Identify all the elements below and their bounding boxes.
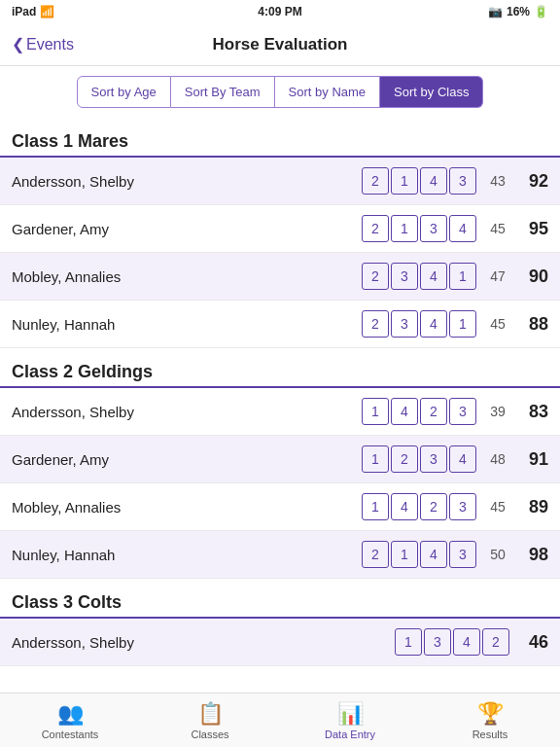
contestants-icon: 👥 — [57, 701, 84, 727]
score-box: 3 — [449, 493, 476, 520]
score-box: 3 — [391, 310, 418, 338]
results-label: Results — [472, 729, 508, 740]
score-box: 2 — [362, 167, 389, 195]
score-box: 2 — [362, 310, 389, 338]
subtotal: 47 — [484, 268, 511, 284]
status-right: 📷 16% 🔋 — [488, 5, 548, 18]
score-box: 2 — [362, 263, 389, 290]
subtotal: 43 — [484, 173, 511, 189]
data-entry-icon: 📊 — [337, 701, 364, 727]
score-box: 4 — [449, 445, 476, 473]
score-box: 4 — [420, 167, 447, 195]
table-row: Mobley, Annalies14234589 — [0, 483, 560, 531]
score-box: 4 — [453, 628, 480, 656]
score-box: 4 — [420, 263, 447, 290]
table-row: Mobley, Annalies23414790 — [0, 253, 560, 301]
sort-btn-class[interactable]: Sort by Class — [380, 76, 483, 108]
score-boxes: 1234 — [362, 445, 476, 473]
score-box: 2 — [482, 628, 509, 656]
total-score: 83 — [517, 402, 548, 422]
table-row: Nunley, Hannah21435098 — [0, 531, 560, 579]
score-box: 1 — [449, 310, 476, 338]
content-area: Class 1 MaresAndersson, Shelby21434392Ga… — [0, 118, 560, 725]
table-row: Andersson, Shelby134246 — [0, 619, 560, 666]
score-box: 2 — [420, 398, 447, 425]
page-title: Horse Evaluation — [213, 35, 348, 54]
total-score: 92 — [517, 171, 548, 192]
sort-btn-team[interactable]: Sort By Team — [171, 76, 275, 108]
tab-results[interactable]: 🏆Results — [420, 701, 560, 740]
section-header-1: Class 2 Geldings — [0, 348, 560, 388]
total-score: 95 — [517, 219, 548, 239]
entry-name: Gardener, Amy — [12, 451, 362, 468]
status-left: iPad 📶 — [12, 5, 54, 18]
data-entry-label: Data Entry — [325, 729, 375, 740]
score-box: 4 — [391, 398, 418, 425]
back-button[interactable]: ❮ Events — [12, 35, 74, 53]
score-box: 1 — [391, 167, 418, 195]
table-row: Nunley, Hannah23414588 — [0, 301, 560, 348]
entry-name: Andersson, Shelby — [12, 173, 362, 190]
table-row: Gardener, Amy21344595 — [0, 205, 560, 253]
subtotal: 48 — [484, 451, 511, 467]
total-score: 91 — [517, 449, 548, 470]
status-time: 4:09 PM — [258, 5, 301, 18]
score-boxes: 1423 — [362, 493, 476, 520]
contestants-label: Contestants — [42, 729, 99, 740]
entry-name: Andersson, Shelby — [12, 404, 362, 420]
score-box: 2 — [362, 215, 389, 242]
subtotal: 39 — [484, 404, 511, 419]
entry-name: Nunley, Hannah — [12, 547, 362, 563]
score-box: 3 — [420, 445, 447, 473]
score-box: 4 — [449, 215, 476, 242]
total-score: 88 — [517, 314, 548, 335]
section-header-0: Class 1 Mares — [0, 118, 560, 158]
score-box: 2 — [391, 445, 418, 473]
score-boxes: 2143 — [362, 167, 476, 195]
score-box: 2 — [420, 493, 447, 520]
back-label: Events — [26, 36, 74, 53]
chevron-left-icon: ❮ — [12, 35, 24, 53]
score-box: 3 — [449, 541, 476, 568]
score-box: 4 — [420, 310, 447, 338]
entry-name: Andersson, Shelby — [12, 634, 395, 651]
score-box: 3 — [420, 215, 447, 242]
subtotal: 45 — [484, 499, 511, 515]
score-box: 3 — [449, 167, 476, 195]
total-score: 46 — [517, 632, 548, 653]
tab-bar: 👥Contestants📋Classes📊Data Entry🏆Results — [0, 693, 560, 747]
classes-icon: 📋 — [197, 701, 224, 727]
score-boxes: 2143 — [362, 541, 476, 568]
table-row: Gardener, Amy12344891 — [0, 436, 560, 483]
score-box: 1 — [395, 628, 422, 656]
status-bar: iPad 📶 4:09 PM 📷 16% 🔋 — [0, 0, 560, 23]
entry-name: Mobley, Annalies — [12, 499, 362, 516]
entry-name: Gardener, Amy — [12, 221, 362, 237]
score-box: 3 — [391, 263, 418, 290]
classes-label: Classes — [191, 729, 228, 740]
score-box: 1 — [362, 493, 389, 520]
score-boxes: 1342 — [395, 628, 509, 656]
tab-data-entry[interactable]: 📊Data Entry — [280, 701, 420, 740]
score-boxes: 2341 — [362, 310, 476, 338]
subtotal: 50 — [484, 547, 511, 562]
subtotal: 45 — [484, 221, 511, 236]
score-boxes: 2341 — [362, 263, 476, 290]
bluetooth-icon: 📷 — [488, 5, 503, 18]
entry-name: Nunley, Hannah — [12, 316, 362, 333]
sort-btn-name[interactable]: Sort by Name — [275, 76, 380, 108]
sort-bar: Sort by AgeSort By TeamSort by NameSort … — [0, 66, 560, 118]
score-box: 2 — [362, 541, 389, 568]
score-box: 1 — [391, 541, 418, 568]
table-row: Andersson, Shelby21434392 — [0, 158, 560, 205]
tab-contestants[interactable]: 👥Contestants — [0, 701, 140, 740]
score-box: 1 — [449, 263, 476, 290]
score-box: 3 — [424, 628, 451, 656]
wifi-icon: 📶 — [40, 5, 54, 18]
sort-btn-age[interactable]: Sort by Age — [77, 76, 171, 108]
tab-classes[interactable]: 📋Classes — [140, 701, 280, 740]
total-score: 98 — [517, 545, 548, 565]
score-box: 1 — [362, 398, 389, 425]
results-icon: 🏆 — [477, 701, 504, 727]
section-header-2: Class 3 Colts — [0, 579, 560, 619]
